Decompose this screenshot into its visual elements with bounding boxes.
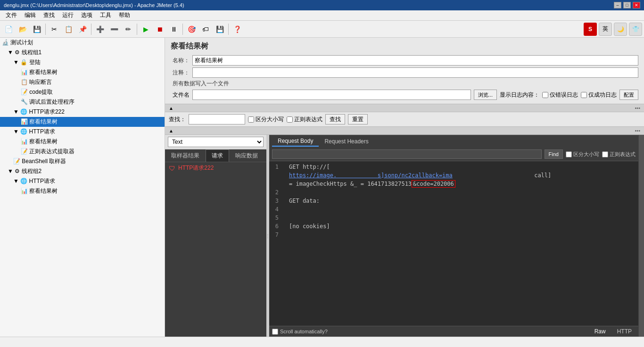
menu-help[interactable]: 帮助 (115, 10, 134, 20)
minimize-button[interactable]: – (614, 2, 621, 8)
menu-find[interactable]: 查找 (40, 10, 58, 20)
bottom-tab-raw[interactable]: Raw (591, 327, 610, 336)
tab-sampler-results[interactable]: 取样器结果 (165, 149, 206, 162)
toolbar-edit[interactable]: ✏ (122, 23, 135, 36)
right-scrollbar[interactable] (638, 135, 644, 337)
menu-file[interactable]: 文件 (2, 10, 21, 20)
line-content-3: GET data: (289, 198, 638, 204)
panel-title: 察看结果树 (165, 38, 644, 53)
tab-response-data[interactable]: 响应数据 (229, 149, 264, 162)
find-input[interactable] (272, 149, 542, 159)
code-line-1c: = imageCheckHttps &_ = 1641713827513&cod… (269, 180, 638, 189)
collapse-arrow-2[interactable]: ▲ (167, 128, 175, 133)
tree-item-view3[interactable]: 📊 察看结果树 (0, 137, 165, 147)
tree-item-response1[interactable]: 📋 响应断言 (0, 77, 165, 87)
results-list: 🛡 HTTP请求222 (165, 162, 266, 337)
toolbar-clear[interactable]: 🎯 (185, 23, 198, 36)
tree-item-view2[interactable]: 📊 察看结果树 (0, 117, 165, 127)
regex-checkbox[interactable] (287, 116, 293, 123)
menu-tools[interactable]: 工具 (96, 10, 115, 20)
tree-item-http3[interactable]: ▼ 🌐 HTTP请求 (0, 176, 165, 186)
reset-button[interactable]: 重置 (348, 114, 368, 124)
sub-tab-request-body[interactable]: Request Body (272, 136, 319, 147)
search-label: 查找： (169, 116, 186, 124)
window-controls: – □ ✕ (614, 2, 640, 8)
line-content-1c: = imageCheckHttps &_ = 1641713827513&cod… (289, 181, 638, 187)
err-only-label[interactable]: 仅错误日志 (542, 91, 578, 99)
note-input[interactable] (192, 67, 638, 78)
success-only-label[interactable]: 仅成功日志 (581, 91, 617, 99)
right-panel: 察看结果树 名称： 注释： 所有数据写入一个文件 文件名 浏览... 显示日志内… (165, 38, 644, 337)
tree-item-group2[interactable]: ▼ ⚙ 线程组2 (0, 166, 165, 176)
tree-item-debug1[interactable]: 🔧 调试后置处理程序 (0, 97, 165, 107)
result-item-label: HTTP请求222 (178, 164, 214, 172)
tree-item-login[interactable]: ▼ 🔒 登陆 (0, 58, 165, 67)
tabs-container: Request Body Request Headers Find 区分大小写 … (269, 135, 638, 337)
tree-item-http222[interactable]: ▼ 🌐 HTTP请求222 (0, 107, 165, 117)
log-display-label: 显示日志内容： (500, 91, 539, 99)
toolbar-cut[interactable]: ✂ (48, 23, 61, 36)
toolbar-tshirt-icon: 👕 (629, 23, 642, 36)
toolbar-copy[interactable]: 📋 (62, 23, 75, 36)
name-input[interactable] (192, 55, 638, 66)
view-format-dropdown[interactable]: Text (168, 137, 264, 147)
tree-item-view4[interactable]: 📊 察看结果树 (0, 186, 165, 196)
line-num-1: 1 (269, 164, 282, 170)
toolbar-stop[interactable]: ⏹ (153, 23, 166, 36)
sub-tabs-header: Request Body Request Headers (269, 135, 638, 148)
tree-item-group1[interactable]: ▼ ⚙ 线程组1 (0, 48, 165, 58)
all-data-label: 所有数据写入一个文件 (171, 80, 638, 88)
result-item-http222[interactable]: 🛡 HTTP请求222 (165, 162, 266, 174)
line-num-4: 4 (269, 206, 282, 213)
scroll-auto-label[interactable]: Scroll automatically? (272, 329, 328, 335)
menu-edit[interactable]: 编辑 (21, 10, 40, 20)
close-button[interactable]: ✕ (633, 2, 640, 8)
code-line-3: 3 GET data: (269, 197, 638, 206)
case-sensitive-label[interactable]: 区分大小写 (248, 116, 284, 124)
toolbar-new[interactable]: 📄 (2, 23, 15, 36)
regex-label[interactable]: 正则表达式 (287, 116, 322, 124)
line-num-7: 7 (269, 231, 282, 238)
toolbar-paste[interactable]: 📌 (76, 23, 89, 36)
toolbar-add[interactable]: ➕ (93, 23, 107, 36)
tree-item-http2[interactable]: ▼ 🌐 HTTP请求 (0, 127, 165, 137)
tree-item-code1[interactable]: 📝 code提取 (0, 87, 165, 97)
browse-button[interactable]: 浏览... (474, 90, 497, 100)
toolbar-save2[interactable]: 💾 (213, 23, 226, 36)
toolbar-open[interactable]: 📂 (16, 23, 29, 36)
menu-run[interactable]: 运行 (58, 10, 77, 20)
tree-item-regex1[interactable]: 📝 正则表达式提取器 (0, 147, 165, 157)
toolbar-run[interactable]: ▶ (139, 23, 152, 36)
sub-tab-request-headers[interactable]: Request Headers (319, 137, 374, 146)
config-button[interactable]: 配置 (619, 90, 638, 100)
find-case-checkbox[interactable] (566, 151, 572, 157)
file-name-input[interactable] (192, 90, 471, 100)
maximize-button[interactable]: □ (623, 2, 631, 8)
find-button[interactable]: 查找 (325, 114, 345, 124)
err-only-checkbox[interactable] (542, 92, 548, 98)
search-input[interactable] (189, 114, 245, 124)
code-area: 1 GET http://[ https://image. s]sonp/nc2… (269, 161, 638, 326)
tree-item-view1[interactable]: 📊 察看结果树 (0, 67, 165, 77)
code-line-1: 1 GET http://[ (269, 163, 638, 172)
find-regex-checkbox[interactable] (602, 151, 608, 157)
tree-item-beanshell[interactable]: 📝 BeanShell 取样器 (0, 157, 165, 166)
case-sensitive-checkbox[interactable] (248, 116, 254, 123)
toolbar-save[interactable]: 💾 (30, 23, 43, 36)
find-btn[interactable]: Find (545, 149, 563, 159)
title-bar: denglu.jmx (C:\Users\Administrator\Deskt… (0, 0, 644, 10)
bottom-tab-http[interactable]: HTTP (613, 327, 636, 336)
toolbar-help[interactable]: ❓ (231, 23, 244, 36)
toolbar-pause[interactable]: ⏸ (167, 23, 181, 36)
collapse-arrow[interactable]: ▲ (167, 106, 175, 111)
tab-request[interactable]: 请求 (206, 149, 229, 162)
find-regex-label[interactable]: 正则表达式 (602, 151, 636, 158)
find-case-label[interactable]: 区分大小写 (566, 151, 599, 158)
toolbar-tag[interactable]: 🏷 (199, 23, 212, 36)
menu-options[interactable]: 选项 (77, 10, 96, 20)
scroll-auto-checkbox[interactable] (272, 329, 278, 335)
toolbar-remove[interactable]: ➖ (107, 23, 121, 36)
success-only-checkbox[interactable] (581, 92, 587, 98)
tree-item-plan[interactable]: 🔬 测试计划 (0, 38, 165, 48)
note-label: 注释： (171, 69, 190, 77)
